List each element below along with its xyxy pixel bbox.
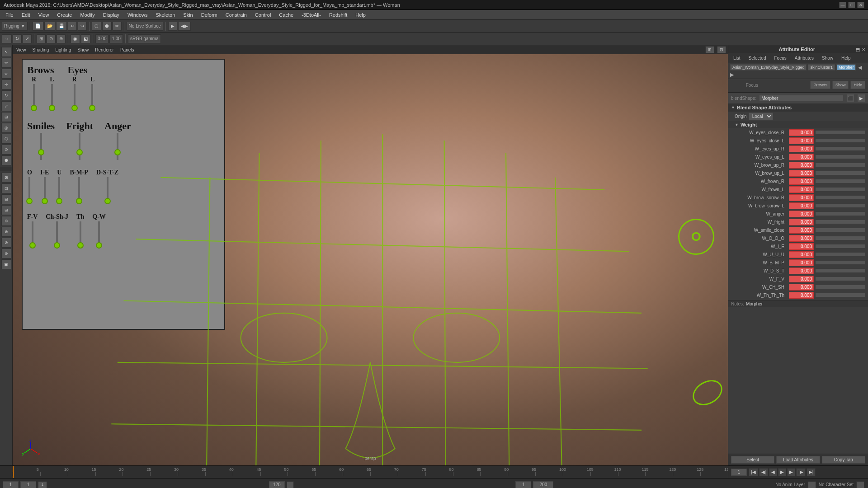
open-file-btn[interactable]: 📂 bbox=[44, 22, 55, 31]
w-eyes-up-l-slider[interactable] bbox=[816, 155, 865, 159]
w-thth-slider[interactable] bbox=[816, 293, 865, 297]
vp-renderer-menu[interactable]: Renderer bbox=[93, 47, 116, 52]
next-frame-btn[interactable]: ▶ bbox=[787, 468, 795, 476]
snap-point-btn[interactable]: ⊕ bbox=[57, 34, 66, 43]
tab-show[interactable]: Show bbox=[819, 54, 836, 62]
w-eyes-close-r-value[interactable] bbox=[789, 129, 814, 136]
range-end-input[interactable] bbox=[533, 481, 553, 488]
rotate-tool-btn[interactable]: ↻ bbox=[13, 34, 22, 43]
display-btn-7[interactable]: ⊘ bbox=[1, 238, 11, 248]
w-fright-value[interactable] bbox=[789, 219, 814, 225]
vp-lighting-menu[interactable]: Lighting bbox=[53, 47, 73, 52]
paint-btn[interactable]: ✏ bbox=[113, 22, 122, 31]
range-start-input[interactable] bbox=[515, 481, 531, 488]
tab-selected[interactable]: Selected bbox=[745, 54, 769, 62]
go-start-btn[interactable]: |◀ bbox=[749, 468, 758, 476]
menu-redshift[interactable]: Redshift bbox=[326, 11, 351, 19]
w-bmp-slider[interactable] bbox=[816, 261, 865, 264]
frame-current-2[interactable] bbox=[20, 481, 36, 488]
menu-windows[interactable]: Windows bbox=[124, 11, 151, 19]
menu-display[interactable]: Display bbox=[99, 11, 123, 19]
menu-modify[interactable]: Modify bbox=[76, 11, 98, 19]
display-btn-2[interactable]: ⊡ bbox=[1, 183, 11, 193]
weight-subsection[interactable]: ▼ Weight bbox=[728, 121, 868, 128]
node-next-btn[interactable]: ▶ bbox=[730, 72, 734, 78]
timeline-ruler[interactable]: 1510152025303540455055606570758085909510… bbox=[13, 466, 728, 478]
display-btn-8[interactable]: ⊜ bbox=[1, 249, 11, 258]
blend-shape-btn1[interactable]: ⬛ bbox=[846, 94, 854, 102]
presets-btn[interactable]: Presets bbox=[810, 81, 830, 89]
scale-tool-btn[interactable]: ⤢ bbox=[23, 34, 32, 43]
go-end-btn[interactable]: ▶| bbox=[807, 468, 816, 476]
w-o-slider[interactable] bbox=[816, 236, 865, 240]
current-frame-input[interactable] bbox=[731, 469, 747, 476]
w-u-slider[interactable] bbox=[816, 253, 865, 256]
menu-control[interactable]: Control bbox=[251, 11, 274, 19]
w-brow-sorow-l-value[interactable] bbox=[789, 202, 814, 209]
w-eyes-up-l-value[interactable] bbox=[789, 154, 814, 160]
menu-skin[interactable]: Skin bbox=[179, 11, 196, 19]
lasso-tool-btn[interactable]: ∞ bbox=[1, 69, 11, 79]
redo-btn[interactable]: ↪ bbox=[78, 22, 87, 31]
prev-frame-btn[interactable]: ◀ bbox=[769, 468, 777, 476]
w-fv-value[interactable] bbox=[789, 276, 814, 282]
w-brow-up-r-value[interactable] bbox=[789, 162, 814, 169]
menu-create[interactable]: Create bbox=[53, 11, 75, 19]
display-btn-4[interactable]: ⊞ bbox=[1, 205, 11, 215]
camera-btn[interactable]: ▣ bbox=[1, 259, 11, 269]
w-smile-close-slider[interactable] bbox=[816, 228, 865, 232]
display-btn-6[interactable]: ⊗ bbox=[1, 227, 11, 237]
w-chsh-slider[interactable] bbox=[816, 285, 865, 289]
move-tool-btn-l[interactable]: ✛ bbox=[1, 80, 11, 89]
w-ie-slider[interactable] bbox=[816, 244, 865, 248]
paint-sel-btn[interactable]: ✏ bbox=[1, 58, 11, 68]
menu-file[interactable]: File bbox=[2, 11, 17, 19]
mode-dropdown[interactable]: Rigging ▼ bbox=[2, 22, 28, 31]
snap-curve-btn[interactable]: ⊙ bbox=[47, 34, 56, 43]
menu-deform[interactable]: Deform bbox=[198, 11, 221, 19]
save-file-btn[interactable]: 💾 bbox=[56, 22, 67, 31]
w-anger-slider[interactable] bbox=[816, 212, 865, 216]
value-input-1[interactable]: 1.00 bbox=[109, 34, 123, 43]
lasso-btn[interactable]: ⬢ bbox=[102, 22, 112, 31]
vp-panels-menu[interactable]: Panels bbox=[118, 47, 136, 52]
snap-grid-btn[interactable]: ⊞ bbox=[37, 34, 46, 43]
tab-help[interactable]: Help bbox=[838, 54, 854, 62]
w-eyes-close-r-slider[interactable] bbox=[816, 131, 865, 134]
manip-btn[interactable]: ⊞ bbox=[1, 112, 11, 122]
render-btn[interactable]: ▶ bbox=[168, 22, 177, 31]
w-eyes-close-l-slider[interactable] bbox=[816, 139, 865, 142]
vp-shading-menu[interactable]: Shading bbox=[31, 47, 51, 52]
w-eyes-close-l-value[interactable] bbox=[789, 137, 814, 144]
vp-view-menu[interactable]: View bbox=[14, 47, 28, 52]
w-brow-sorow-r-value[interactable] bbox=[789, 194, 814, 201]
w-thth-value[interactable] bbox=[789, 292, 814, 299]
display-btn-5[interactable]: ⊕ bbox=[1, 216, 11, 226]
tab-attributes[interactable]: Attributes bbox=[792, 54, 817, 62]
symmetry-btn[interactable]: ⬕ bbox=[81, 34, 90, 43]
menu-skeleton[interactable]: Skeleton bbox=[152, 11, 179, 19]
soft-select-btn[interactable]: ◉ bbox=[71, 34, 80, 43]
w-frown-r-value[interactable] bbox=[789, 178, 814, 185]
w-dst-slider[interactable] bbox=[816, 269, 865, 272]
select-footer-btn[interactable]: Select bbox=[731, 456, 774, 464]
auto-key-btn[interactable] bbox=[287, 481, 294, 488]
vp-display-btn2[interactable]: ⊡ bbox=[717, 46, 726, 53]
close-button[interactable]: ✕ bbox=[857, 2, 864, 8]
w-brow-up-l-slider[interactable] bbox=[816, 171, 865, 175]
w-brow-sorow-r-slider[interactable] bbox=[816, 196, 865, 199]
blend-shape-input[interactable] bbox=[759, 95, 844, 102]
w-u-value[interactable] bbox=[789, 251, 814, 258]
w-chsh-value[interactable] bbox=[789, 284, 814, 291]
w-fright-slider[interactable] bbox=[816, 220, 865, 224]
minimize-button[interactable]: — bbox=[839, 2, 846, 8]
rotate-tool-btn-l[interactable]: ↻ bbox=[1, 90, 11, 100]
w-wq-value[interactable] bbox=[789, 300, 814, 300]
origin-select[interactable]: Local World bbox=[749, 113, 773, 120]
show-btn[interactable]: Show bbox=[832, 81, 849, 89]
select-btn[interactable]: ⬡ bbox=[92, 22, 101, 31]
select-tool-btn[interactable]: ↖ bbox=[1, 47, 11, 57]
w-fv-slider[interactable] bbox=[816, 277, 865, 281]
menu-cache[interactable]: Cache bbox=[275, 11, 297, 19]
tab-focus[interactable]: Focus bbox=[771, 54, 789, 62]
